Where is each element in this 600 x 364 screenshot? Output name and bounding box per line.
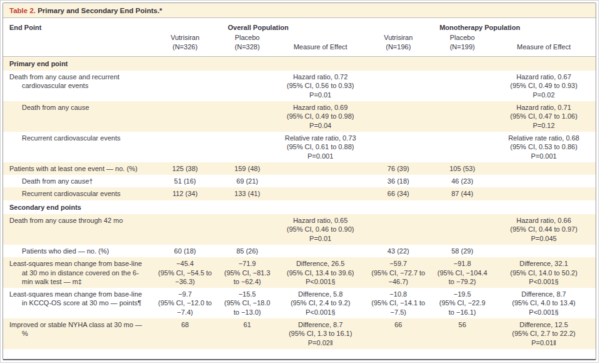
group-header-row: End Point Overall Population Monotherapy… xyxy=(3,18,596,32)
cell-measure-overall xyxy=(277,162,364,175)
table-row: Death from any cause and recurrent cardi… xyxy=(3,71,596,101)
col-header-placebo-mono: Placebo (N=199) xyxy=(432,32,492,56)
table-row: Patients who died — no. (%)60 (18)85 (26… xyxy=(3,245,596,257)
cell-vutrisiran-mono: 66 (34) xyxy=(364,187,432,200)
endpoint-label: Death from any cause xyxy=(3,101,152,132)
cell-measure-overall: Difference, 8.7 (95% CI, 1.3 to 16.1) P=… xyxy=(277,318,364,349)
cell-measure-mono: Difference, 8.7 (95% CI, 4.0 to 13.4) P<… xyxy=(492,288,596,318)
table-row: Improved or stable NYHA class at 30 mo —… xyxy=(3,318,596,349)
cell-vutrisiran-overall xyxy=(152,101,218,132)
cell-vutrisiran-mono: 43 (22) xyxy=(364,245,432,257)
cell-placebo-overall: 159 (48) xyxy=(218,162,277,175)
cell-measure-mono: Difference, 12.5 (95% CI, 2.7 to 22.2) P… xyxy=(492,318,596,349)
table-row: Recurrent cardiovascular eventsRelative … xyxy=(3,132,596,162)
col-header-vutrisiran-overall: Vutrisiran (N=326) xyxy=(152,32,218,56)
page: Table 2. Primary and Secondary End Point… xyxy=(0,0,599,363)
cell-placebo-mono xyxy=(432,101,492,132)
endpoint-label: Patients with at least one event — no. (… xyxy=(3,162,152,175)
table-number: Table 2. xyxy=(9,7,36,14)
cell-vutrisiran-mono: 76 (39) xyxy=(364,162,432,175)
endpoint-label: Recurrent cardiovascular events xyxy=(3,187,152,200)
cell-vutrisiran-mono xyxy=(364,214,432,245)
group-header-monotherapy: Monotherapy Population xyxy=(364,18,596,32)
table-row: Death from any cause through 42 moHazard… xyxy=(3,214,596,245)
cell-vutrisiran-mono xyxy=(364,101,432,132)
cell-measure-mono xyxy=(492,187,596,200)
cell-placebo-overall xyxy=(218,132,277,162)
cell-vutrisiran-overall: 125 (38) xyxy=(152,162,218,175)
col-header-measure-overall: Measure of Effect xyxy=(277,32,364,56)
endpoint-label: Recurrent cardiovascular events xyxy=(3,132,152,162)
cell-placebo-mono: −19.5 (95% CI, −22.9 to −16.1) xyxy=(432,288,492,318)
cell-placebo-mono: 105 (53) xyxy=(432,162,492,175)
group-header-overall: Overall Population xyxy=(152,18,364,32)
table-frame: Table 2. Primary and Secondary End Point… xyxy=(2,2,596,360)
cell-placebo-mono xyxy=(432,214,492,245)
cell-vutrisiran-overall: −45.4 (95% CI, −54.5 to −36.3) xyxy=(152,257,218,288)
table-body: Primary end pointDeath from any cause an… xyxy=(3,56,596,349)
cell-placebo-mono: −91.8 (95% CI, −104.4 to −79.2) xyxy=(432,257,492,288)
cell-measure-mono xyxy=(492,162,596,175)
cell-measure-mono xyxy=(492,175,596,187)
table-row: Recurrent cardiovascular events112 (34)1… xyxy=(3,187,596,200)
cell-measure-mono: Relative rate ratio, 0.68 (95% CI, 0.53 … xyxy=(492,132,596,162)
cell-vutrisiran-mono: 36 (18) xyxy=(364,175,432,187)
cell-vutrisiran-mono: −59.7 (95% CI, −72.7 to −46.7) xyxy=(364,257,432,288)
endpoint-label: Improved or stable NYHA class at 30 mo —… xyxy=(3,318,152,349)
col-header-placebo-overall: Placebo (N=328) xyxy=(218,32,277,56)
endpoint-label: Patients who died — no. (%) xyxy=(3,245,152,257)
cell-placebo-mono: 58 (29) xyxy=(432,245,492,257)
cell-vutrisiran-overall: 60 (18) xyxy=(152,245,218,257)
table-row: Least-squares mean change from base-line… xyxy=(3,257,596,288)
cell-vutrisiran-overall: 112 (34) xyxy=(152,187,218,200)
cell-vutrisiran-overall xyxy=(152,71,218,101)
column-header-row: Vutrisiran (N=326) Placebo (N=328) Measu… xyxy=(3,32,596,56)
table-row: Death from any cause†51 (16)69 (21)36 (1… xyxy=(3,175,596,187)
table-row: Least-squares mean change from base-line… xyxy=(3,288,596,318)
cell-vutrisiran-overall: 68 xyxy=(152,318,218,349)
table-header: End Point Overall Population Monotherapy… xyxy=(3,18,596,56)
cell-measure-overall: Hazard ratio, 0.72 (95% CI, 0.56 to 0.93… xyxy=(277,71,364,101)
cell-measure-overall: Relative rate ratio, 0.73 (95% CI, 0.61 … xyxy=(277,132,364,162)
col-header-measure-mono: Measure of Effect xyxy=(492,32,596,56)
table-row: Death from any causeHazard ratio, 0.69 (… xyxy=(3,101,596,132)
endpoint-label: Least-squares mean change from base-line… xyxy=(3,257,152,288)
cell-placebo-overall: 69 (21) xyxy=(218,175,277,187)
cell-placebo-overall xyxy=(218,101,277,132)
cell-vutrisiran-mono: −10.8 (95% CI, −14.1 to −7.5) xyxy=(364,288,432,318)
endpoint-label: Death from any cause through 42 mo xyxy=(3,214,152,245)
cell-placebo-overall xyxy=(218,71,277,101)
cell-measure-mono: Hazard ratio, 0.66 (95% CI, 0.44 to 0.97… xyxy=(492,214,596,245)
table-caption: Primary and Secondary End Points.* xyxy=(36,7,162,14)
endpoints-table: End Point Overall Population Monotherapy… xyxy=(3,18,596,349)
cell-placebo-overall: −71.9 (95% CI, −81.3 to −62.4) xyxy=(218,257,277,288)
cell-placebo-mono xyxy=(432,71,492,101)
cell-measure-overall xyxy=(277,245,364,257)
cell-measure-overall: Difference, 5.8 (95% CI, 2.4 to 9.2) P<0… xyxy=(277,288,364,318)
section-row: Primary end point xyxy=(3,56,596,71)
col-header-spacer xyxy=(3,32,152,56)
cell-vutrisiran-overall: 51 (16) xyxy=(152,175,218,187)
cell-measure-overall: Difference, 26.5 (95% CI, 13.4 to 39.6) … xyxy=(277,257,364,288)
cell-placebo-overall: −15.5 (95% CI, −18.0 to −13.0) xyxy=(218,288,277,318)
cell-vutrisiran-mono xyxy=(364,71,432,101)
cell-measure-mono: Hazard ratio, 0.71 (95% CI, 0.47 to 1.06… xyxy=(492,101,596,132)
cell-vutrisiran-overall xyxy=(152,214,218,245)
endpoint-label: Death from any cause† xyxy=(3,175,152,187)
table-row: Patients with at least one event — no. (… xyxy=(3,162,596,175)
cell-vutrisiran-overall xyxy=(152,132,218,162)
endpoint-label: Death from any cause and recurrent cardi… xyxy=(3,71,152,101)
cell-placebo-overall: 85 (26) xyxy=(218,245,277,257)
cell-vutrisiran-overall: −9.7 (95% CI, −12.0 to −7.4) xyxy=(152,288,218,318)
table-title: Table 2. Primary and Secondary End Point… xyxy=(3,3,596,18)
cell-placebo-mono: 87 (44) xyxy=(432,187,492,200)
cell-measure-overall xyxy=(277,175,364,187)
section-header: Primary end point xyxy=(3,56,596,71)
cell-measure-overall: Hazard ratio, 0.69 (95% CI, 0.49 to 0.98… xyxy=(277,101,364,132)
cell-measure-mono xyxy=(492,245,596,257)
cell-measure-mono: Difference, 32.1 (95% CI, 14.0 to 50.2) … xyxy=(492,257,596,288)
endpoint-label: Least-squares mean change from base-line… xyxy=(3,288,152,318)
cell-placebo-mono: 46 (23) xyxy=(432,175,492,187)
cell-placebo-mono: 56 xyxy=(432,318,492,349)
cell-vutrisiran-mono xyxy=(364,132,432,162)
